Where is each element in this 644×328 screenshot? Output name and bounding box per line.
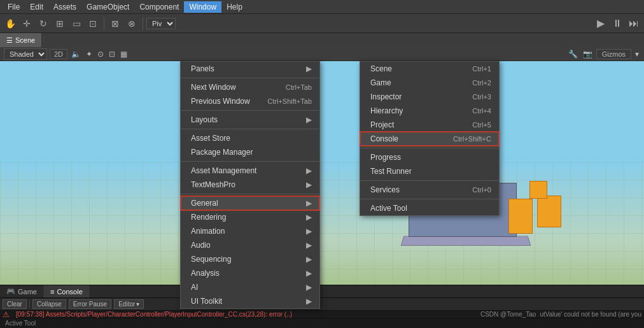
bottom-tab-console[interactable]: ≡ Console <box>44 285 90 297</box>
clear-button[interactable]: Clear <box>3 299 27 309</box>
menu-item-layouts[interactable]: Layouts ▶ <box>181 113 319 127</box>
submenu-item-progress[interactable]: Progress <box>360 150 499 164</box>
scene-tab[interactable]: ☰ Scene <box>0 33 42 47</box>
menu-assets[interactable]: Assets <box>48 1 81 13</box>
menu-item-textmeshpro[interactable]: TextMeshPro ▶ <box>181 178 319 192</box>
active-tool-bar: Active Tool <box>0 318 644 328</box>
main-area: Panels ▶ Next Window Ctrl+Tab Previous W… <box>0 61 644 285</box>
sub-scene-label: Scene <box>370 64 392 73</box>
scene-tab-icon: ☰ <box>6 36 13 45</box>
menu-help[interactable]: Help <box>221 1 248 13</box>
tool-move[interactable]: ✛ <box>19 16 34 31</box>
tool-rotate[interactable]: ↻ <box>36 16 51 31</box>
submenu-item-project[interactable]: Project Ctrl+5 <box>360 118 499 132</box>
menu-item-package-manager[interactable]: Package Manager <box>181 145 319 159</box>
tool-custom2[interactable]: ⊗ <box>124 16 139 31</box>
play-button[interactable]: ▶ <box>593 16 608 31</box>
submenu-item-scene[interactable]: Scene Ctrl+1 <box>360 62 499 76</box>
rendering-arrow: ▶ <box>306 213 312 222</box>
ui-toolkit-label: UI Toolkit <box>191 297 222 306</box>
menu-item-panels[interactable]: Panels ▶ <box>181 62 319 76</box>
menu-gameobject[interactable]: GameObject <box>81 1 134 13</box>
bottom-tab-game[interactable]: 🎮 Game <box>0 285 44 297</box>
menu-edit[interactable]: Edit <box>25 1 48 13</box>
collapse-button[interactable]: Collapse <box>32 299 66 309</box>
editor-arrow-icon: ▾ <box>136 301 139 308</box>
audio-arrow: ▶ <box>306 241 312 250</box>
camera-icon[interactable]: 📷 <box>583 50 592 59</box>
submenu-item-active-tool[interactable]: Active Tool <box>360 201 499 215</box>
scene-object-yellow2 <box>537 196 561 227</box>
tool-rect[interactable]: ▭ <box>69 16 84 31</box>
bottom-panel: 🎮 Game ≡ Console Clear Collapse Error Pa… <box>0 285 644 328</box>
rendering-label: Rendering <box>191 213 226 222</box>
active-tool-text: Active Tool <box>5 320 36 327</box>
menu-item-animation[interactable]: Animation ▶ <box>181 224 319 238</box>
mode-2d-button[interactable]: 2D <box>50 49 67 59</box>
tool-transform[interactable]: ⊡ <box>85 16 101 31</box>
panels-arrow-icon: ▶ <box>306 64 312 73</box>
fx-icon[interactable]: ✦ <box>86 50 92 59</box>
menu-item-next-window[interactable]: Next Window Ctrl+Tab <box>181 80 319 94</box>
gizmos-arrow-icon[interactable]: ▾ <box>635 50 639 59</box>
tool-custom1[interactable]: ⊠ <box>108 16 123 31</box>
menu-file[interactable]: File <box>3 1 25 13</box>
editor-dropdown[interactable]: Editor ▾ <box>114 299 144 309</box>
ai-label: AI <box>191 283 198 292</box>
tool-hand[interactable]: ✋ <box>3 16 18 31</box>
submenu-item-test-runner[interactable]: Test Runner <box>360 164 499 178</box>
shaded-dropdown[interactable]: Shaded <box>4 48 47 60</box>
scene-view-icon3[interactable]: ▦ <box>120 50 127 59</box>
wrench-icon[interactable]: 🔧 <box>568 50 578 59</box>
sub-services-label: Services <box>370 185 400 194</box>
menu-item-analysis[interactable]: Analysis ▶ <box>181 266 319 280</box>
toolbar-separator-1 <box>104 17 104 30</box>
audio-icon[interactable]: 🔈 <box>71 50 81 59</box>
menu-separator-2 <box>181 110 319 111</box>
package-manager-label: Package Manager <box>191 148 253 157</box>
analysis-arrow: ▶ <box>306 269 312 278</box>
pivot-dropdown[interactable]: Piv <box>146 18 176 29</box>
game-tab-icon: 🎮 <box>6 287 15 296</box>
bottom-tabs: 🎮 Game ≡ Console <box>0 285 644 298</box>
menu-separator-5 <box>181 194 319 194</box>
menu-item-audio[interactable]: Audio ▶ <box>181 238 319 252</box>
submenu-item-inspector[interactable]: Inspector Ctrl+3 <box>360 90 499 104</box>
textmeshpro-label: TextMeshPro <box>191 180 235 189</box>
general-submenu-menu: Scene Ctrl+1 Game Ctrl+2 Inspector Ctrl+… <box>360 61 500 216</box>
submenu-item-game[interactable]: Game Ctrl+2 <box>360 76 499 90</box>
next-window-shortcut: Ctrl+Tab <box>286 83 312 91</box>
sub-game-shortcut: Ctrl+2 <box>472 79 491 87</box>
menu-item-sequencing[interactable]: Sequencing ▶ <box>181 252 319 266</box>
prev-window-label: Previous Window <box>191 97 250 106</box>
pause-button[interactable]: ⏸ <box>610 16 625 31</box>
asset-management-arrow: ▶ <box>306 166 312 175</box>
sequencing-arrow: ▶ <box>306 255 312 264</box>
submenu-item-services[interactable]: Services Ctrl+0 <box>360 183 499 197</box>
menu-item-asset-store[interactable]: Asset Store <box>181 131 319 145</box>
console-log-line: [09:57:38] Assets/Scripts/Player/Charact… <box>13 311 477 318</box>
menu-component[interactable]: Component <box>134 1 184 13</box>
sub-hierarchy-label: Hierarchy <box>370 106 403 115</box>
analysis-label: Analysis <box>191 269 220 278</box>
general-arrow: ▶ <box>306 199 312 208</box>
menu-item-general[interactable]: General ▶ <box>181 196 319 210</box>
error-pause-button[interactable]: Error Pause <box>69 299 111 309</box>
menu-item-ai[interactable]: AI ▶ <box>181 280 319 294</box>
scene-view-icon2[interactable]: ⊡ <box>109 50 115 59</box>
gizmos-button[interactable]: Gizmos <box>596 49 631 59</box>
menu-item-prev-window[interactable]: Previous Window Ctrl+Shift+Tab <box>181 94 319 108</box>
layouts-label: Layouts <box>191 115 218 124</box>
menu-item-rendering[interactable]: Rendering ▶ <box>181 210 319 224</box>
step-button[interactable]: ⏭ <box>626 16 641 31</box>
tool-scale[interactable]: ⊞ <box>52 16 67 31</box>
sub-test-runner-label: Test Runner <box>370 167 412 176</box>
sequencing-label: Sequencing <box>191 255 231 264</box>
toolbar: ✋ ✛ ↻ ⊞ ▭ ⊡ ⊠ ⊗ Piv ▶ ⏸ ⏭ <box>0 14 644 33</box>
menu-item-ui-toolkit[interactable]: UI Toolkit ▶ <box>181 294 319 308</box>
menu-window[interactable]: Window <box>184 1 221 13</box>
scene-view-icon1[interactable]: ⊙ <box>97 50 104 59</box>
submenu-item-console[interactable]: Console Ctrl+Shift+C <box>360 132 499 146</box>
menu-item-asset-management[interactable]: Asset Management ▶ <box>181 164 319 178</box>
submenu-item-hierarchy[interactable]: Hierarchy Ctrl+4 <box>360 104 499 118</box>
